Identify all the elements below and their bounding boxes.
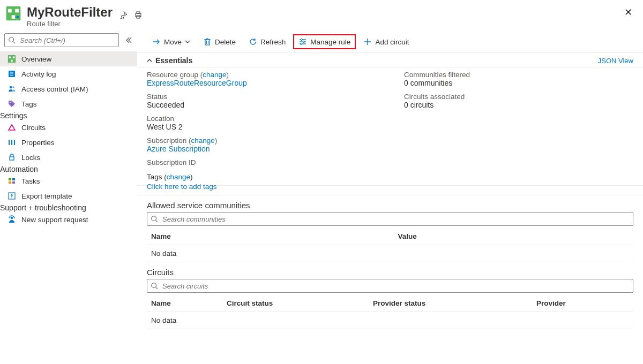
sliders-icon xyxy=(8,138,16,147)
svg-rect-10 xyxy=(9,57,11,59)
delete-button[interactable]: Delete xyxy=(198,34,241,49)
move-label: Move xyxy=(164,38,182,46)
tasks-icon xyxy=(8,177,16,185)
no-data-cell: No data xyxy=(147,245,633,262)
essentials-grid: Resource group (change) ExpressRouteReso… xyxy=(137,67,643,172)
sliders-icon xyxy=(298,37,307,46)
sidebar-item-tasks[interactable]: Tasks xyxy=(0,173,137,188)
no-data-cell: No data xyxy=(147,312,633,329)
move-button[interactable]: Move xyxy=(147,34,196,49)
essentials-toggle[interactable]: Essentials xyxy=(147,56,192,65)
svg-rect-24 xyxy=(9,178,11,180)
tags-label: Tags xyxy=(147,173,162,181)
support-icon xyxy=(8,215,16,224)
svg-rect-31 xyxy=(205,40,210,45)
sidebar-item-label: Locks xyxy=(21,154,40,162)
svg-point-41 xyxy=(301,43,302,45)
search-icon xyxy=(151,282,158,290)
sidebar-item-circuits[interactable]: Circuits xyxy=(0,120,137,135)
pin-icon[interactable] xyxy=(119,8,128,17)
circuits-search[interactable] xyxy=(147,279,633,293)
sidebar-item-export[interactable]: Export template xyxy=(0,188,137,203)
svg-rect-25 xyxy=(12,178,15,180)
sidebar-item-label: New support request xyxy=(21,216,88,224)
sidebar-item-label: Properties xyxy=(21,139,55,147)
sidebar-item-label: Access control (IAM) xyxy=(21,85,88,93)
circuits-search-input[interactable] xyxy=(161,282,630,291)
svg-line-45 xyxy=(156,221,158,223)
communities-search-input[interactable] xyxy=(161,215,630,224)
svg-point-44 xyxy=(152,216,156,221)
communities-filtered-label: Communities filtered xyxy=(404,71,633,79)
add-circuit-button[interactable]: Add circuit xyxy=(358,34,414,49)
people-icon xyxy=(8,85,16,93)
subscription-label: Subscription xyxy=(147,136,186,145)
add-circuit-label: Add circuit xyxy=(375,38,409,46)
sidebar-item-label: Tasks xyxy=(21,177,40,185)
communities-title: Allowed service communities xyxy=(147,201,633,210)
content-pane: Move Delete Refresh Manage rule A xyxy=(137,31,643,364)
sidebar-section-label: Automation xyxy=(0,165,137,173)
location-label: Location xyxy=(147,115,404,123)
trash-icon xyxy=(203,37,212,46)
resource-type-icon xyxy=(5,5,21,21)
svg-point-29 xyxy=(11,217,13,219)
svg-point-7 xyxy=(9,37,14,42)
communities-search[interactable] xyxy=(147,212,633,226)
sidebar-item-locks[interactable]: Locks xyxy=(0,150,137,165)
communities-table: NameValue No data xyxy=(147,228,633,262)
sidebar-item-tags[interactable]: Tags xyxy=(0,96,137,111)
log-icon xyxy=(8,70,16,78)
essentials-label: Essentials xyxy=(155,56,192,65)
change-tags-link[interactable]: change xyxy=(167,173,190,181)
resource-group-label: Resource group xyxy=(147,71,198,79)
refresh-button[interactable]: Refresh xyxy=(243,34,291,49)
close-icon[interactable]: ✕ xyxy=(622,5,634,19)
location-value: West US 2 xyxy=(147,123,404,131)
triangle-icon xyxy=(8,123,16,132)
svg-rect-5 xyxy=(137,12,140,13)
svg-point-17 xyxy=(10,86,12,88)
resource-group-value[interactable]: ExpressRouteResourceGroup xyxy=(147,79,404,87)
sidebar-search[interactable] xyxy=(4,33,119,47)
print-icon[interactable] xyxy=(134,8,143,17)
circuits-associated-label: Circuits associated xyxy=(404,93,633,101)
svg-rect-26 xyxy=(9,181,11,184)
circuits-section: Circuits NameCircuit statusProvider stat… xyxy=(137,262,643,329)
column-header[interactable]: Provider status xyxy=(369,295,532,312)
column-header[interactable]: Name xyxy=(147,228,394,245)
svg-line-8 xyxy=(13,42,16,44)
collapse-sidebar-icon[interactable] xyxy=(124,36,133,44)
circuits-table: NameCircuit statusProvider statusProvide… xyxy=(147,295,633,329)
svg-point-18 xyxy=(12,87,14,89)
page-title: MyRouteFilter xyxy=(27,5,113,19)
sidebar-search-input[interactable] xyxy=(19,36,115,45)
column-header[interactable]: Value xyxy=(394,228,633,245)
sidebar-item-activity[interactable]: Activity log xyxy=(0,66,137,81)
svg-line-47 xyxy=(156,287,158,290)
sidebar-item-properties[interactable]: Properties xyxy=(0,135,137,150)
change-subscription-link[interactable]: change xyxy=(191,136,215,145)
column-header[interactable]: Name xyxy=(147,295,222,312)
sidebar-item-overview[interactable]: Overview xyxy=(0,51,137,66)
json-view-link[interactable]: JSON View xyxy=(598,57,633,65)
add-tags-link[interactable]: Click here to add tags xyxy=(147,183,217,191)
status-value: Succeeded xyxy=(147,101,404,109)
status-label: Status xyxy=(147,93,404,101)
subscription-id-label: Subscription ID xyxy=(147,158,404,166)
command-bar: Move Delete Refresh Manage rule A xyxy=(137,31,643,53)
sidebar-item-support[interactable]: New support request xyxy=(0,212,137,227)
arrow-right-icon xyxy=(152,37,161,46)
subscription-value[interactable]: Azure Subscription xyxy=(147,145,404,153)
column-header[interactable]: Circuit status xyxy=(222,295,369,312)
communities-section: Allowed service communities NameValue No… xyxy=(137,195,643,262)
svg-rect-27 xyxy=(12,181,15,184)
change-resource-group-link[interactable]: change xyxy=(203,71,226,79)
manage-rule-button[interactable]: Manage rule xyxy=(293,34,356,49)
svg-point-46 xyxy=(152,283,156,288)
sidebar: OverviewActivity logAccess control (IAM)… xyxy=(0,31,137,364)
lock-icon xyxy=(8,153,16,162)
sidebar-item-iam[interactable]: Access control (IAM) xyxy=(0,81,137,96)
plus-icon xyxy=(363,37,372,46)
column-header[interactable]: Provider xyxy=(532,295,633,312)
